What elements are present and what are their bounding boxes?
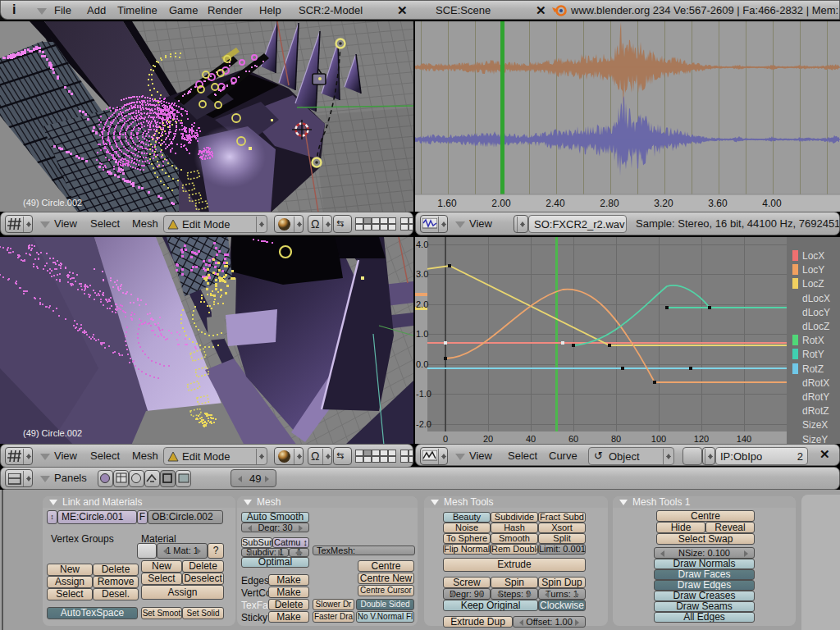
svg-text:LocY: LocY xyxy=(802,264,824,276)
svg-text:2.00: 2.00 xyxy=(491,198,511,209)
svg-text:-1.0: -1.0 xyxy=(416,389,431,399)
svg-text:140: 140 xyxy=(737,434,751,444)
svg-text:RotZ: RotZ xyxy=(802,363,824,375)
svg-text:4.0: 4.0 xyxy=(416,240,428,249)
svg-text:-2.0: -2.0 xyxy=(416,419,431,429)
svg-text:4.00: 4.00 xyxy=(762,198,782,209)
svg-text:dRotX: dRotX xyxy=(802,377,829,389)
svg-text:SizeY: SizeY xyxy=(802,434,828,444)
svg-text:dLocY: dLocY xyxy=(802,307,830,318)
svg-text:120: 120 xyxy=(694,434,709,444)
svg-text:80: 80 xyxy=(611,434,621,444)
svg-text:dLocX: dLocX xyxy=(802,293,830,304)
svg-text:dLocZ: dLocZ xyxy=(802,321,829,332)
svg-text:(49) Circle.002: (49) Circle.002 xyxy=(23,428,82,438)
svg-text:RotY: RotY xyxy=(802,349,824,360)
svg-text:2.40: 2.40 xyxy=(546,198,565,209)
svg-text:20: 20 xyxy=(483,434,493,444)
svg-text:0.0: 0.0 xyxy=(416,359,428,369)
svg-text:0: 0 xyxy=(443,434,448,444)
svg-text:1.0: 1.0 xyxy=(416,329,428,339)
svg-text:40: 40 xyxy=(526,434,536,444)
svg-text:SizeX: SizeX xyxy=(802,419,828,431)
svg-text:2.80: 2.80 xyxy=(600,198,619,209)
svg-text:3.20: 3.20 xyxy=(654,198,673,209)
svg-text:LocZ: LocZ xyxy=(802,278,824,290)
svg-text:(49) Circle.002: (49) Circle.002 xyxy=(23,198,82,208)
svg-text:dRotZ: dRotZ xyxy=(802,405,829,417)
svg-text:3.60: 3.60 xyxy=(708,198,728,209)
svg-text:1.60: 1.60 xyxy=(437,198,457,209)
svg-text:RotX: RotX xyxy=(802,335,824,346)
svg-text:100: 100 xyxy=(651,434,666,444)
svg-text:3.0: 3.0 xyxy=(416,269,428,279)
svg-text:dRotY: dRotY xyxy=(802,391,829,403)
svg-text:LocX: LocX xyxy=(802,250,824,262)
svg-text:2.0: 2.0 xyxy=(416,299,428,309)
svg-text:60: 60 xyxy=(568,434,578,444)
